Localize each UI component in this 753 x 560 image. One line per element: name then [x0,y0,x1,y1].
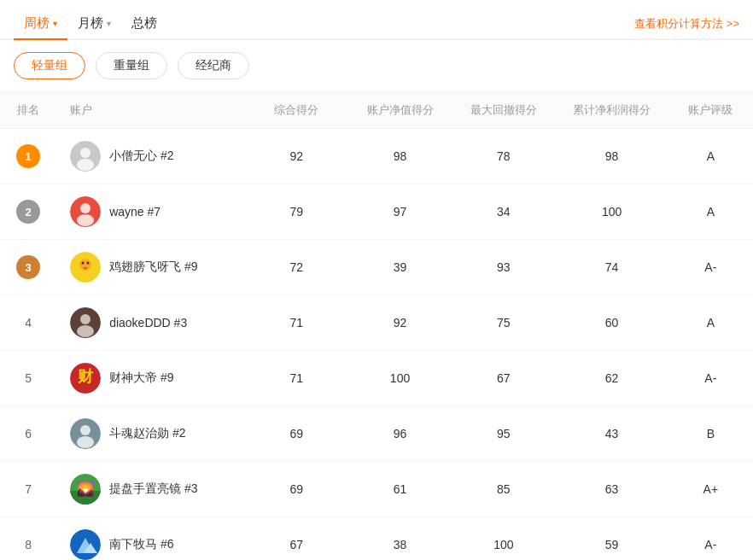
avatar [70,307,101,338]
svg-point-17 [77,436,94,448]
profit-cell: 74 [555,240,668,295]
score-cell: 71 [245,351,348,406]
table-row: 5 财 财神大帝 #9 71 100 67 62 A- [0,351,753,406]
tab-monthly[interactable]: 月榜 ▾ [67,9,121,38]
rank-num: 6 [25,427,32,440]
col-rating: 账户评级 [668,92,753,129]
tab-monthly-arrow: ▾ [107,19,111,28]
col-net-score: 账户净值得分 [348,92,452,129]
net-score-cell: 97 [348,184,452,240]
drawdown-cell: 67 [452,351,555,406]
net-score-cell: 61 [348,462,452,517]
col-account: 账户 [56,92,245,129]
table-row: 2 wayne #7 79 97 34 100 A [0,184,753,240]
rank-cell: 6 [0,406,56,462]
account-cell: 财 财神大帝 #9 [56,351,245,406]
score-cell: 69 [245,406,348,462]
tab-monthly-label: 月榜 [78,15,103,32]
drawdown-cell: 93 [452,240,555,295]
account-name: 鸡翅膀飞呀飞 #9 [109,260,197,275]
col-profit: 累计净利润得分 [555,92,668,129]
table-row: 6 斗魂赵治勋 #2 69 96 95 43 B [0,406,753,462]
svg-point-9 [87,262,90,265]
table-row: 8 南下牧马 #6 67 38 100 59 A- [0,517,753,561]
account-cell: diaokeDDD #3 [56,295,245,351]
svg-point-2 [77,159,94,171]
avatar [70,418,101,449]
drawdown-cell: 34 [452,184,555,240]
rank-num: 5 [25,371,32,385]
net-score-cell: 98 [348,129,452,184]
account-cell: 斗魂赵治勋 #2 [56,406,245,462]
rank-cell: 5 [0,351,56,406]
rank-badge-1: 1 [16,144,40,168]
col-drawdown: 最大回撤得分 [452,92,555,129]
score-cell: 79 [245,184,348,240]
account-name: 小僧无心 #2 [109,149,173,164]
score-cell: 69 [245,462,348,517]
rank-cell: 7 [0,462,56,517]
rating-cell: A- [668,517,753,561]
account-cell: 小僧无心 #2 [56,129,245,184]
net-score-cell: 92 [348,295,452,351]
filter-light[interactable]: 轻量组 [14,52,85,79]
drawdown-cell: 100 [452,517,555,561]
profit-cell: 60 [555,295,668,351]
table-row: 3 鸡翅膀飞呀飞 #9 72 39 93 74 A- [0,240,753,295]
drawdown-cell: 75 [452,295,555,351]
svg-text:🌄: 🌄 [77,481,94,497]
account-name: 财神大帝 #9 [109,370,173,386]
profit-cell: 63 [555,462,668,517]
rating-cell: B [668,406,753,462]
rank-num: 7 [25,482,32,496]
filter-broker[interactable]: 经纪商 [178,52,249,79]
rank-cell: 3 [0,240,56,295]
account-cell: 鸡翅膀飞呀飞 #9 [56,240,245,295]
rank-cell: 8 [0,517,56,561]
account-cell: 🌄 提盘手置亮镜 #3 [56,462,245,517]
score-cell: 92 [245,129,348,184]
account-cell: wayne #7 [56,184,245,240]
calc-link[interactable]: 查看积分计算方法 >> [634,16,739,32]
tab-total[interactable]: 总榜 [121,9,167,38]
svg-text:财: 财 [77,368,94,385]
table-row: 7 🌄 提盘手置亮镜 #3 69 61 85 63 A+ [0,462,753,517]
avatar [70,196,101,227]
rating-cell: A+ [668,462,753,517]
avatar [70,529,101,560]
account-name: 提盘手置亮镜 #3 [109,481,197,497]
profit-cell: 98 [555,129,668,184]
filter-bar: 轻量组 重量组 经纪商 [0,40,753,92]
table-row: 1 小僧无心 #2 92 98 78 98 A [0,129,753,184]
tab-weekly-arrow: ▾ [53,19,57,28]
score-cell: 67 [245,517,348,561]
net-score-cell: 38 [348,517,452,561]
avatar [70,252,101,283]
svg-point-16 [80,425,90,435]
avatar [70,141,101,172]
account-name: diaokeDDD #3 [109,316,187,330]
svg-point-1 [80,148,90,158]
rank-cell: 2 [0,184,56,240]
rank-table: 排名 账户 综合得分 账户净值得分 最大回撤得分 累计净利润得分 账户评级 1 … [0,92,753,560]
table-header-row: 排名 账户 综合得分 账户净值得分 最大回撤得分 累计净利润得分 账户评级 [0,92,753,129]
tab-total-label: 总榜 [131,15,157,32]
rating-cell: A- [668,351,753,406]
svg-point-12 [77,325,94,337]
rating-cell: A [668,184,753,240]
rank-num: 8 [25,538,32,551]
filter-heavy[interactable]: 重量组 [96,52,167,79]
drawdown-cell: 78 [452,129,555,184]
rank-cell: 4 [0,295,56,351]
top-nav: 周榜 ▾ 月榜 ▾ 总榜 查看积分计算方法 >> [0,0,753,40]
rank-badge-2: 2 [16,200,40,224]
account-cell: 南下牧马 #6 [56,517,245,561]
svg-point-11 [80,314,90,324]
net-score-cell: 100 [348,351,452,406]
account-name: 南下牧马 #6 [109,537,173,552]
rating-cell: A- [668,240,753,295]
tab-weekly[interactable]: 周榜 ▾ [14,9,67,38]
profit-cell: 62 [555,351,668,406]
account-name: 斗魂赵治勋 #2 [109,426,185,441]
avatar: 财 [70,363,101,394]
